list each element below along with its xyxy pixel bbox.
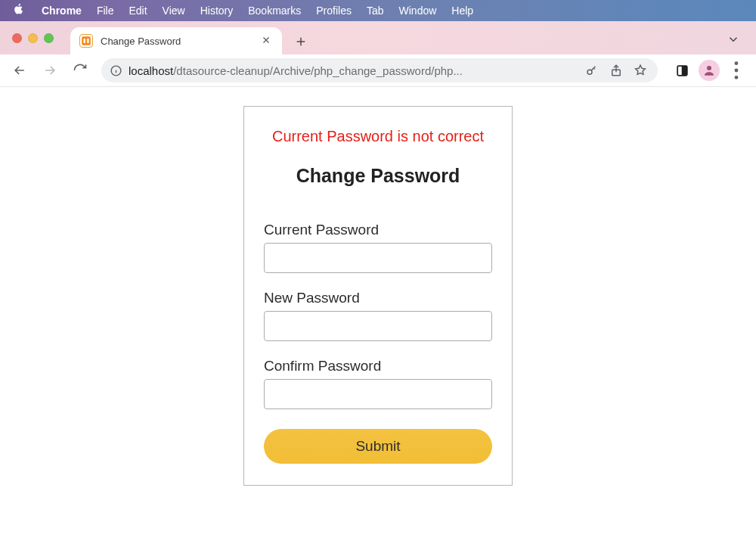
share-icon[interactable] — [605, 59, 627, 82]
menubar-item-edit[interactable]: Edit — [129, 5, 147, 17]
page-content: Current Password is not correct Change P… — [0, 87, 756, 486]
menubar-item-profiles[interactable]: Profiles — [316, 5, 352, 17]
new-tab-button[interactable] — [290, 30, 312, 53]
change-password-card: Current Password is not correct Change P… — [243, 106, 513, 486]
confirm-password-field: Confirm Password — [264, 358, 492, 409]
close-tab-button[interactable] — [259, 33, 273, 49]
menubar-item-history[interactable]: History — [200, 5, 234, 17]
menubar-item-help[interactable]: Help — [451, 5, 473, 17]
svg-point-11 — [735, 61, 739, 65]
confirm-password-label: Confirm Password — [264, 358, 492, 374]
chrome-toolbar: localhost/dtasource-cleanup/Archive/php_… — [0, 54, 756, 86]
url-path: /dtasource-cleanup/Archive/php_change_pa… — [173, 64, 463, 77]
menubar-item-view[interactable]: View — [163, 5, 185, 17]
profile-button[interactable] — [697, 58, 721, 82]
chrome-tab-strip: Change Password — [0, 21, 756, 54]
url-text: localhost/dtasource-cleanup/Archive/php_… — [129, 64, 575, 77]
window-minimize-button[interactable] — [28, 33, 38, 43]
svg-rect-0 — [82, 36, 91, 45]
new-password-field: New Password — [264, 290, 492, 341]
menubar-item-file[interactable]: File — [97, 5, 114, 17]
svg-rect-1 — [84, 39, 85, 43]
page-title: Change Password — [264, 165, 492, 187]
reload-button[interactable] — [67, 57, 94, 84]
svg-point-10 — [707, 66, 711, 70]
window-zoom-button[interactable] — [44, 33, 54, 43]
error-message: Current Password is not correct — [264, 126, 492, 165]
bookmark-star-icon[interactable] — [629, 59, 652, 82]
profile-avatar-icon — [699, 60, 720, 81]
browser-tab[interactable]: Change Password — [70, 27, 282, 54]
confirm-password-input[interactable] — [264, 379, 492, 409]
current-password-input[interactable] — [264, 243, 492, 273]
mac-menubar: Chrome File Edit View History Bookmarks … — [0, 0, 756, 21]
tab-title: Change Password — [101, 36, 252, 47]
tab-list-dropdown[interactable] — [720, 26, 747, 53]
svg-point-13 — [735, 76, 739, 79]
current-password-field: Current Password — [264, 222, 492, 273]
menubar-item-bookmarks[interactable]: Bookmarks — [248, 5, 301, 17]
menubar-app-name[interactable]: Chrome — [42, 5, 82, 17]
current-password-label: Current Password — [264, 222, 492, 238]
window-traffic-lights — [12, 21, 54, 54]
svg-rect-2 — [87, 39, 88, 43]
svg-rect-9 — [681, 66, 686, 76]
new-password-label: New Password — [264, 290, 492, 306]
svg-point-6 — [587, 70, 592, 74]
password-key-icon[interactable] — [581, 59, 603, 82]
address-bar[interactable]: localhost/dtasource-cleanup/Archive/php_… — [101, 58, 658, 82]
back-button[interactable] — [6, 57, 33, 84]
favicon-icon — [79, 34, 93, 48]
svg-point-12 — [735, 69, 739, 73]
window-close-button[interactable] — [12, 33, 22, 43]
extensions-icon[interactable] — [670, 58, 694, 82]
url-host: localhost — [129, 64, 173, 77]
submit-button[interactable]: Submit — [264, 429, 492, 464]
forward-button[interactable] — [36, 57, 64, 84]
new-password-input[interactable] — [264, 311, 492, 341]
menubar-item-tab[interactable]: Tab — [367, 5, 384, 17]
menubar-item-window[interactable]: Window — [399, 5, 437, 17]
apple-icon[interactable] — [12, 2, 25, 19]
chrome-menu-button[interactable] — [724, 58, 748, 82]
site-info-icon[interactable] — [109, 64, 122, 77]
